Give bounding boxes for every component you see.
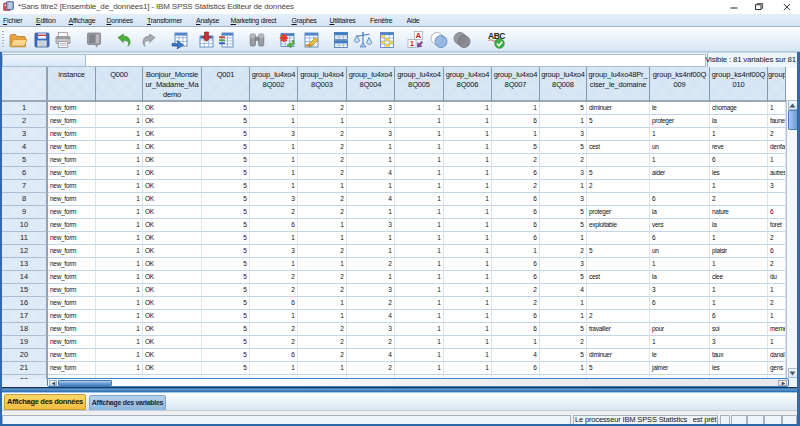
svg-text:1: 1 [410, 39, 415, 48]
svg-text:A: A [416, 31, 422, 40]
